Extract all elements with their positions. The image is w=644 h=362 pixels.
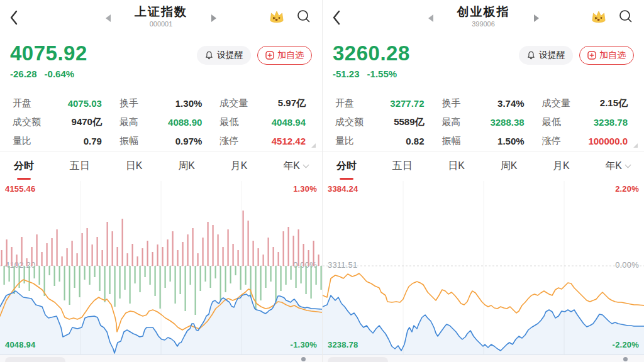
- stat-value: 100000.0: [588, 136, 628, 146]
- stat-item: 换手3.74%: [442, 94, 525, 112]
- stat-item: 涨停4512.42: [219, 132, 306, 150]
- stat-label: 成交量: [542, 97, 570, 109]
- next-index-icon[interactable]: [534, 14, 539, 22]
- stat-item: 最高4088.90: [119, 113, 202, 131]
- change-value: -26.28: [10, 69, 37, 79]
- stat-value: 2.15亿: [600, 97, 628, 109]
- tab-0[interactable]: 分时: [335, 157, 358, 175]
- stat-value: 0.79: [84, 136, 102, 146]
- bottom-pill[interactable]: [5, 357, 65, 362]
- tab-3[interactable]: 周K: [499, 157, 519, 175]
- bottom-refresh-icon[interactable]: [623, 357, 628, 361]
- stats-expand-icon[interactable]: [311, 143, 316, 148]
- tab-2[interactable]: 日K: [447, 157, 466, 175]
- stats-grid: 开盘3277.72换手3.74%成交量2.15亿成交额5589亿最高3288.3…: [323, 88, 644, 151]
- stat-label: 成交额: [13, 116, 41, 128]
- change-value: -51.23: [333, 69, 360, 79]
- tab-4[interactable]: 月K: [230, 157, 249, 175]
- stat-value: 9470亿: [72, 116, 102, 128]
- tab-3[interactable]: 周K: [177, 157, 196, 175]
- price-change: -26.28-0.64%: [10, 69, 87, 79]
- index-panel-shanghai: 上证指数 000001 4075.92 -26.28-0.64%: [0, 0, 322, 362]
- stat-item: 换手1.30%: [119, 94, 202, 112]
- bottom-bar: [323, 354, 644, 362]
- price-section: 4075.92 -26.28-0.64% 设提醒 加自选: [0, 35, 322, 88]
- search-icon[interactable]: [618, 9, 633, 24]
- chart-high-pct: 1.30%: [293, 184, 317, 194]
- add-watchlist-button[interactable]: 加自选: [257, 46, 312, 65]
- stat-label: 振幅: [119, 135, 138, 147]
- stat-item: 成交量2.15亿: [542, 94, 628, 112]
- chevron-down-icon: [303, 162, 309, 168]
- stat-item: 量比0.82: [335, 132, 425, 150]
- stat-item: 成交量5.97亿: [219, 94, 306, 112]
- header: 上证指数 000001: [0, 0, 322, 35]
- stat-item: 涨停100000.0: [542, 132, 628, 150]
- chart-low-pct: -1.30%: [291, 340, 317, 349]
- stat-label: 最高: [442, 116, 461, 128]
- tab-1[interactable]: 五日: [69, 157, 91, 175]
- stat-label: 量比: [335, 135, 354, 147]
- plus-square-icon: [587, 51, 596, 60]
- vip-crown-icon[interactable]: [590, 8, 608, 25]
- stat-label: 开盘: [13, 97, 31, 109]
- stat-value: 5589亿: [394, 116, 424, 128]
- bottom-refresh-icon[interactable]: [301, 357, 306, 361]
- stat-item: 最低4048.94: [219, 113, 306, 131]
- plus-square-icon: [265, 51, 274, 60]
- tab-1[interactable]: 五日: [391, 157, 414, 175]
- price-change: -51.23-1.55%: [333, 69, 410, 79]
- tab-2[interactable]: 日K: [125, 157, 144, 175]
- tab-5[interactable]: 年K: [282, 157, 309, 175]
- stat-item: 开盘3277.72: [335, 94, 425, 112]
- stats-expand-icon[interactable]: [633, 143, 638, 148]
- set-alert-button[interactable]: 设提醒: [519, 46, 573, 65]
- stat-item: 最高3288.38: [442, 113, 525, 131]
- stat-label: 量比: [13, 135, 31, 147]
- search-icon[interactable]: [296, 9, 311, 24]
- stock-app: 上证指数 000001 4075.92 -26.28-0.64%: [0, 0, 644, 362]
- chevron-down-icon: [625, 162, 631, 168]
- stat-value: 0.97%: [175, 136, 203, 146]
- stat-label: 振幅: [442, 135, 461, 147]
- stat-value: 5.97亿: [278, 97, 306, 109]
- stat-item: 开盘4075.03: [13, 94, 102, 112]
- stat-label: 换手: [119, 97, 138, 109]
- chart-high-label: 4155.46: [5, 184, 35, 194]
- stat-label: 涨停: [542, 135, 561, 147]
- bottom-bar: [0, 354, 322, 362]
- stat-value: 3.74%: [497, 98, 525, 109]
- stat-label: 最低: [219, 116, 238, 128]
- stat-item: 振幅1.50%: [442, 132, 525, 150]
- stat-item: 振幅0.97%: [119, 132, 202, 150]
- stat-value: 0.82: [406, 136, 424, 146]
- stat-label: 换手: [442, 97, 461, 109]
- chart-low-label: 3238.78: [328, 340, 358, 349]
- stat-label: 开盘: [335, 97, 354, 109]
- tab-4[interactable]: 月K: [552, 157, 571, 175]
- add-watchlist-button[interactable]: 加自选: [579, 46, 634, 65]
- add-watchlist-label: 加自选: [277, 50, 304, 61]
- bell-icon: [526, 50, 536, 60]
- add-watchlist-label: 加自选: [599, 50, 626, 61]
- stats-grid: 开盘4075.03换手1.30%成交量5.97亿成交额9470亿最高4088.9…: [0, 88, 322, 151]
- stat-item: 量比0.79: [13, 132, 102, 150]
- change-percent: -1.55%: [367, 69, 397, 79]
- tab-0[interactable]: 分时: [13, 157, 35, 175]
- bottom-pill[interactable]: [328, 357, 388, 362]
- stat-label: 最高: [119, 116, 138, 128]
- period-tabs: 分时五日日K周K月K年K: [323, 151, 644, 181]
- stat-value: 4088.90: [168, 117, 202, 128]
- next-index-icon[interactable]: [211, 14, 216, 22]
- intraday-chart[interactable]: 4155.46 1.30% 4102.20 0.00% 4048.94 -1.3…: [0, 181, 322, 356]
- chart-canvas: [0, 181, 322, 355]
- tab-5[interactable]: 年K: [604, 157, 631, 175]
- stat-label: 涨停: [219, 135, 238, 147]
- chart-low-pct: -2.20%: [613, 340, 639, 349]
- stat-item: 最低3238.78: [542, 113, 628, 131]
- intraday-chart[interactable]: 3384.24 2.20% 3311.51 0.00% 3238.78 -2.2…: [323, 181, 644, 356]
- vip-crown-icon[interactable]: [268, 8, 286, 25]
- set-alert-button[interactable]: 设提醒: [197, 46, 251, 65]
- stat-label: 成交量: [219, 97, 248, 109]
- stat-item: 成交额9470亿: [13, 113, 102, 131]
